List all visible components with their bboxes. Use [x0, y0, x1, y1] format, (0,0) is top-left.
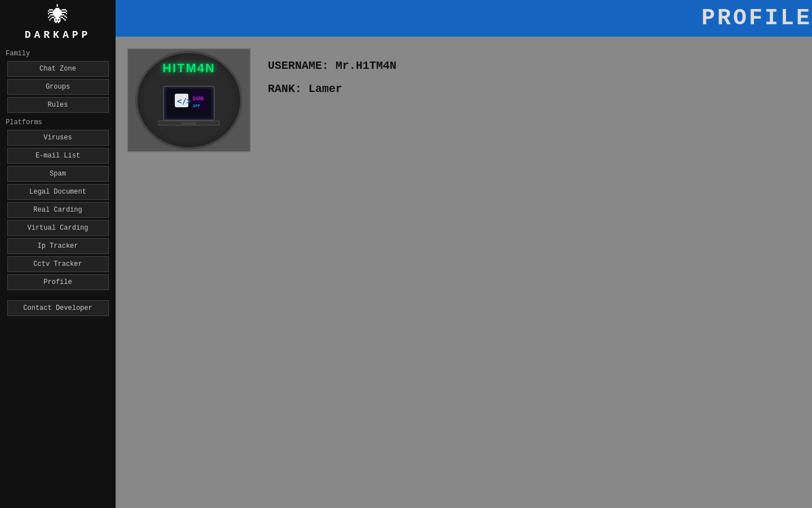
username-field: USERNAME: Mr.H1TM4N: [268, 59, 795, 72]
sidebar-item-rules[interactable]: Rules: [7, 97, 109, 113]
svg-text:</>: </>: [177, 97, 191, 106]
rank-field: RANK: Lamer: [268, 82, 795, 95]
username-label: USERNAME:: [268, 59, 329, 72]
svg-rect-8: [182, 122, 196, 125]
avatar-circle: HITM4N </> DARK APP: [135, 51, 242, 150]
sidebar: 🕷 DARKAPP Family Chat Zone Groups Rules …: [0, 0, 116, 508]
svg-text:APP: APP: [193, 104, 200, 108]
header: PROFILE: [116, 0, 812, 37]
profile-info: USERNAME: Mr.H1TM4N RANK: Lamer: [262, 48, 801, 497]
sidebar-item-virtual-carding[interactable]: Virtual Carding: [7, 220, 109, 236]
sidebar-item-ip-tracker[interactable]: Ip Tracker: [7, 238, 109, 254]
app-name: DARKAPP: [25, 29, 91, 41]
sidebar-item-legal-document[interactable]: Legal Document: [7, 184, 109, 200]
sidebar-item-email-list[interactable]: E-mail List: [7, 148, 109, 164]
avatar-card: HITM4N </> DARK APP: [127, 48, 251, 152]
sidebar-item-groups[interactable]: Groups: [7, 79, 109, 95]
sidebar-item-spam[interactable]: Spam: [7, 166, 109, 182]
logo-area: 🕷 DARKAPP: [0, 0, 116, 45]
username-value: Mr.H1TM4N: [336, 59, 396, 72]
family-section-label: Family: [0, 45, 116, 60]
platforms-section-label: Platforms: [0, 114, 116, 129]
page-title: PROFILE: [701, 6, 812, 31]
avatar-username-text: HITM4N: [138, 61, 240, 76]
sidebar-item-viruses[interactable]: Viruses: [7, 130, 109, 146]
sidebar-item-real-carding[interactable]: Real Carding: [7, 202, 109, 218]
laptop-icon: </> DARK APP: [158, 84, 220, 134]
sidebar-item-chat-zone[interactable]: Chat Zone: [7, 61, 109, 77]
contact-developer-button[interactable]: Contact Developer: [7, 300, 109, 316]
rank-label: RANK:: [268, 82, 302, 95]
svg-text:DARK: DARK: [193, 97, 204, 102]
sidebar-item-profile[interactable]: Profile: [7, 274, 109, 290]
spider-icon: 🕷: [48, 7, 68, 27]
main-content: HITM4N </> DARK APP: [116, 37, 812, 508]
rank-value: Lamer: [308, 82, 342, 95]
sidebar-item-cctv-tracker[interactable]: Cctv Tracker: [7, 256, 109, 272]
